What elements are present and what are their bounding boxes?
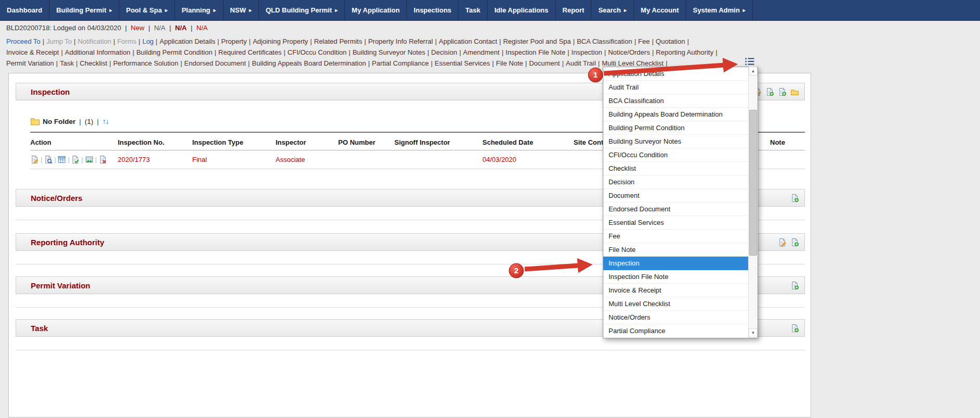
quick-links-row-1: Proceed To|Jump To|Notification|Forms|Lo…	[6, 36, 819, 47]
link-endorsed-document[interactable]: Endorsed Document	[184, 59, 246, 67]
delete-icon[interactable]	[98, 155, 107, 164]
dropdown-item-audit-trail[interactable]: Audit Trail	[603, 81, 749, 94]
dropdown-item-bca-classification[interactable]: BCA Classification	[603, 94, 749, 108]
link-application-contact[interactable]: Application Contact	[439, 37, 497, 45]
separator: |	[178, 59, 184, 67]
dropdown-item-fee[interactable]: Fee	[603, 230, 749, 243]
nav-item-building-permit[interactable]: Building Permit▸	[49, 0, 119, 20]
link-document[interactable]: Document	[529, 59, 560, 67]
dropdown-item-partial-compliance[interactable]: Partial Compliance	[603, 324, 749, 338]
dropdown-item-cfi-occu-condition[interactable]: CFI/Occu Condition	[603, 148, 749, 162]
folder-icon[interactable]	[790, 87, 799, 96]
link-fee[interactable]: Fee	[638, 37, 650, 45]
dropdown-item-essential-services[interactable]: Essential Services	[603, 216, 749, 230]
scroll-down-button[interactable]: ▼	[749, 328, 758, 337]
report-icon[interactable]	[57, 155, 66, 164]
dropdown-scrollbar[interactable]: ▲ ▼	[748, 67, 758, 338]
nav-item-dashboard[interactable]: Dashboard	[0, 0, 49, 20]
link-permit-variation[interactable]: Permit Variation	[6, 59, 54, 67]
dropdown-item-endorsed-document[interactable]: Endorsed Document	[603, 202, 749, 216]
link-audit-trail[interactable]: Audit Trail	[566, 59, 596, 67]
list-menu-icon[interactable]	[744, 56, 755, 67]
dropdown-item-document[interactable]: Document	[603, 189, 749, 202]
dropdown-item-invoice-receipt[interactable]: Invoice & Receipt	[603, 284, 749, 297]
cell-inspection-type: Final	[192, 156, 276, 163]
up-arrow-icon: ▲	[751, 69, 755, 73]
nav-item-planning[interactable]: Planning▸	[175, 0, 224, 20]
link-property-info-referral[interactable]: Property Info Referral	[368, 37, 433, 45]
nav-item-task[interactable]: Task	[458, 0, 488, 20]
edit-icon[interactable]	[30, 155, 39, 164]
photo-icon[interactable]	[85, 155, 94, 164]
link-register-pool-and-spa[interactable]: Register Pool and Spa	[503, 37, 571, 45]
separator: |	[96, 118, 100, 125]
dropdown-item-inspection[interactable]: Inspection	[603, 257, 749, 270]
scrollbar-thumb[interactable]	[749, 110, 757, 256]
separator: |	[78, 118, 82, 125]
add-document-icon[interactable]	[778, 87, 787, 96]
dropdown-item-decision[interactable]: Decision	[603, 175, 749, 189]
dropdown-item-inspection-file-note[interactable]: Inspection File Note	[603, 270, 749, 284]
nav-item-report[interactable]: Report	[556, 0, 592, 20]
link-log[interactable]: Log	[142, 37, 154, 45]
link-required-certificates[interactable]: Required Certificates	[218, 48, 281, 56]
link-amendment[interactable]: Amendment	[463, 48, 500, 56]
link-decision[interactable]: Decision	[431, 48, 457, 56]
dropdown-item-multi-level-checklist[interactable]: Multi Level Checklist	[603, 297, 749, 311]
link-performance-solution[interactable]: Performance Solution	[113, 59, 178, 67]
dropdown-item-notice-orders[interactable]: Notice/Orders	[603, 311, 749, 324]
nav-item-nsw[interactable]: NSW▸	[224, 0, 259, 20]
add-document-icon[interactable]	[765, 87, 774, 96]
link-building-permit-condition[interactable]: Building Permit Condition	[137, 48, 213, 56]
add-document-icon[interactable]	[790, 238, 799, 247]
link-quotation[interactable]: Quotation	[656, 37, 685, 45]
view-icon[interactable]	[44, 155, 53, 164]
link-adjoining-property[interactable]: Adjoining Property	[253, 37, 308, 45]
link-checklist[interactable]: Checklist	[80, 59, 107, 67]
nav-item-pool-spa[interactable]: Pool & Spa▸	[119, 0, 175, 20]
add-document-icon[interactable]	[790, 281, 799, 290]
link-invoice-receipt[interactable]: Invoice & Receipt	[6, 48, 59, 56]
dropdown-item-building-permit-condition[interactable]: Building Permit Condition	[603, 121, 749, 135]
link-inspection[interactable]: Inspection	[572, 48, 602, 56]
nav-item-system-admin[interactable]: System Admin▸	[686, 0, 753, 20]
link-task[interactable]: Task	[60, 59, 74, 67]
nav-item-my-account[interactable]: My Account	[634, 0, 686, 20]
link-property[interactable]: Property	[221, 37, 247, 45]
add-document-icon[interactable]	[790, 324, 799, 333]
link-notice-orders[interactable]: Notice/Orders	[608, 48, 650, 56]
dropdown-item-application-details[interactable]: Application Details	[603, 67, 749, 81]
link-building-surveyor-notes[interactable]: Building Surveyor Notes	[353, 48, 425, 56]
nav-item-idle-applications[interactable]: Idle Applications	[488, 0, 556, 20]
dropdown-item-file-note[interactable]: File Note	[603, 243, 749, 257]
link-inspection-file-note[interactable]: Inspection File Note	[505, 48, 565, 56]
link-bca-classification[interactable]: BCA Classification	[577, 37, 632, 45]
link-reporting-authority[interactable]: Reporting Authority	[656, 48, 714, 56]
nav-item-my-application[interactable]: My Application	[345, 0, 407, 20]
link-partial-compliance[interactable]: Partial Compliance	[372, 59, 429, 67]
column-header-note: Note	[770, 135, 805, 150]
link-proceed-to[interactable]: Proceed To	[6, 37, 41, 45]
add-document-icon[interactable]	[790, 194, 799, 202]
nav-item-search[interactable]: Search▸	[591, 0, 634, 20]
approve-icon[interactable]	[71, 155, 80, 164]
link-additional-information[interactable]: Additional Information	[65, 48, 131, 56]
scroll-up-button[interactable]: ▲	[749, 67, 758, 75]
link-application-details[interactable]: Application Details	[159, 37, 215, 45]
link-file-note[interactable]: File Note	[496, 59, 523, 67]
nav-item-qld-building-permit[interactable]: QLD Building Permit▸	[259, 0, 345, 20]
separator: |	[54, 59, 60, 67]
nav-item-inspections[interactable]: Inspections	[407, 0, 458, 20]
nav-item-label: Search	[598, 6, 621, 14]
link-essential-services[interactable]: Essential Services	[435, 59, 490, 67]
sort-icon[interactable]: ↑↓	[103, 117, 109, 125]
dropdown-item-building-appeals-board-determination[interactable]: Building Appeals Board Determination	[603, 108, 749, 121]
link-building-appeals-board-determination[interactable]: Building Appeals Board Determination	[252, 59, 366, 67]
link-related-permits[interactable]: Related Permits	[314, 37, 362, 45]
inspection-header-icons	[753, 87, 799, 96]
link-cfi-occu-condition[interactable]: CFI/Occu Condition	[288, 48, 346, 56]
dropdown-item-building-surveyor-notes[interactable]: Building Surveyor Notes	[603, 135, 749, 148]
edit-document-icon[interactable]	[778, 238, 787, 247]
link-multi-level-checklist[interactable]: Multi Level Checklist	[602, 59, 664, 67]
dropdown-item-checklist[interactable]: Checklist	[603, 162, 749, 175]
